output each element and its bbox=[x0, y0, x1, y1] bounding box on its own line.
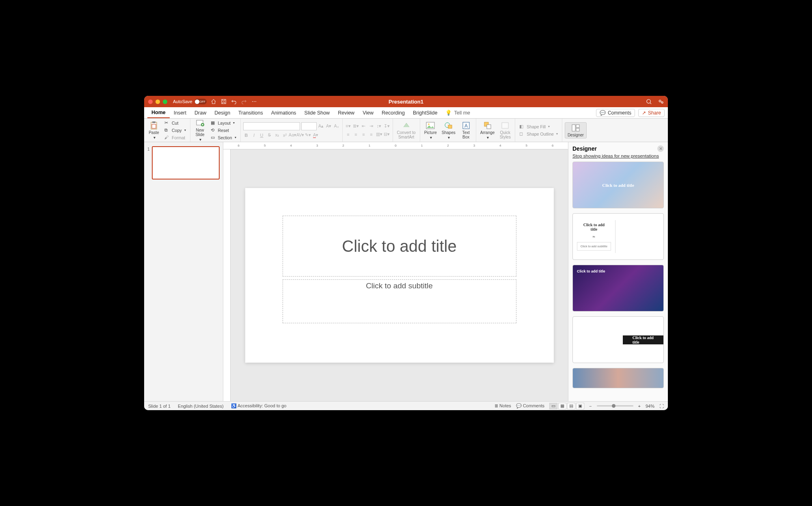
sorter-view-button[interactable]: ▦ bbox=[558, 403, 566, 409]
vertical-ruler[interactable] bbox=[223, 149, 231, 401]
tab-brightslide[interactable]: BrightSlide bbox=[409, 107, 441, 118]
text-direction-button[interactable]: ↧▾ bbox=[384, 123, 390, 130]
zoom-window-button[interactable] bbox=[163, 99, 167, 104]
tell-me-search[interactable]: 💡 Tell me bbox=[441, 107, 474, 118]
subtitle-placeholder[interactable]: Click to add subtitle bbox=[283, 279, 516, 323]
new-slide-button[interactable]: New Slide ▾ bbox=[193, 119, 207, 142]
align-left-button[interactable]: ≡ bbox=[345, 131, 352, 138]
shape-outline-button[interactable]: ◻Shape Outline▾ bbox=[518, 131, 559, 137]
designer-button[interactable]: Designer bbox=[565, 122, 587, 138]
strike-button[interactable]: S̶ bbox=[266, 132, 273, 138]
zoom-in-button[interactable]: + bbox=[638, 404, 641, 409]
normal-view-button[interactable]: ▭ bbox=[549, 403, 557, 409]
tab-insert[interactable]: Insert bbox=[170, 107, 190, 118]
language-label[interactable]: English (United States) bbox=[178, 404, 224, 409]
comments-button[interactable]: 💬 Comments bbox=[596, 109, 635, 117]
format-painter-button[interactable]: 🖌Format bbox=[163, 134, 188, 141]
undo-icon[interactable] bbox=[231, 99, 237, 105]
slideshow-view-button[interactable]: ▣ bbox=[576, 403, 584, 409]
horizontal-ruler[interactable]: 6543210123456 bbox=[223, 142, 568, 149]
more-icon[interactable]: ⋯ bbox=[251, 99, 257, 105]
columns-button[interactable]: ▥▾ bbox=[376, 131, 382, 138]
autosave-switch[interactable]: OFF bbox=[194, 99, 207, 104]
designer-suggestions[interactable]: Click to add title Click to add title❧Cl… bbox=[568, 162, 668, 401]
tab-recording[interactable]: Recording bbox=[378, 107, 409, 118]
design-suggestion-3[interactable]: Click to add title bbox=[572, 265, 664, 311]
decrease-font-icon[interactable]: A▾ bbox=[326, 123, 332, 130]
share-menu-icon[interactable] bbox=[658, 99, 664, 105]
align-right-button[interactable]: ≡ bbox=[361, 131, 367, 138]
align-text-button[interactable]: ⊟▾ bbox=[384, 131, 390, 138]
picture-button[interactable]: Picture▾ bbox=[423, 121, 438, 140]
arrange-button[interactable]: Arrange▾ bbox=[479, 121, 497, 140]
italic-button[interactable]: I bbox=[251, 132, 257, 138]
stop-ideas-link[interactable]: Stop showing ideas for new presentations bbox=[568, 154, 668, 162]
tab-view[interactable]: View bbox=[358, 107, 378, 118]
accessibility-label[interactable]: ♿ Accessibility: Good to go bbox=[231, 403, 287, 409]
underline-button[interactable]: U bbox=[259, 132, 265, 138]
close-pane-button[interactable]: ✕ bbox=[657, 145, 664, 152]
search-icon[interactable] bbox=[646, 99, 652, 105]
align-center-button[interactable]: ≡ bbox=[353, 131, 359, 138]
design-suggestion-5[interactable] bbox=[572, 368, 664, 388]
tab-animations[interactable]: Animations bbox=[267, 107, 300, 118]
tab-review[interactable]: Review bbox=[334, 107, 358, 118]
slide[interactable]: Click to add title Click to add subtitle bbox=[245, 188, 554, 363]
shape-fill-button[interactable]: ◧Shape Fill▾ bbox=[518, 123, 559, 130]
font-color-button[interactable]: A▾ bbox=[313, 132, 319, 138]
tab-transitions[interactable]: Transitions bbox=[234, 107, 267, 118]
cut-button[interactable]: ✂Cut bbox=[163, 120, 188, 126]
zoom-out-button[interactable]: − bbox=[589, 404, 592, 409]
slide-thumbnail-1[interactable] bbox=[152, 146, 220, 179]
numbering-button[interactable]: ≣▾ bbox=[353, 123, 359, 130]
design-suggestion-2[interactable]: Click to add title❧Click to add subtitle bbox=[572, 213, 664, 260]
copy-button[interactable]: ⧉Copy▾ bbox=[163, 127, 188, 134]
superscript-button[interactable]: x² bbox=[282, 132, 288, 138]
slide-canvas-area[interactable]: Click to add title Click to add subtitle bbox=[231, 149, 568, 401]
share-button[interactable]: ↗ Share bbox=[638, 109, 665, 117]
reset-button[interactable]: ⟲Reset bbox=[209, 127, 238, 134]
tab-draw[interactable]: Draw bbox=[190, 107, 210, 118]
save-icon[interactable] bbox=[221, 99, 227, 105]
redo-icon[interactable] bbox=[241, 99, 247, 105]
indent-more-button[interactable]: ⇥ bbox=[368, 123, 375, 130]
slide-count-label[interactable]: Slide 1 of 1 bbox=[148, 404, 171, 409]
reading-view-button[interactable]: ▤ bbox=[567, 403, 575, 409]
indent-less-button[interactable]: ⇤ bbox=[361, 123, 367, 130]
zoom-label[interactable]: 94% bbox=[646, 404, 654, 409]
design-suggestion-1[interactable]: Click to add title bbox=[572, 162, 664, 208]
tab-design[interactable]: Design bbox=[210, 107, 234, 118]
subscript-button[interactable]: x₂ bbox=[274, 132, 281, 138]
fit-window-button[interactable]: ⛶ bbox=[659, 404, 664, 409]
line-spacing-button[interactable]: ↕▾ bbox=[376, 123, 382, 130]
layout-button[interactable]: ▦Layout▾ bbox=[209, 120, 238, 126]
tab-home[interactable]: Home bbox=[147, 107, 170, 118]
char-spacing-button[interactable]: AV▾ bbox=[297, 132, 304, 138]
shapes-button[interactable]: Shapes▾ bbox=[440, 121, 457, 140]
close-window-button[interactable] bbox=[148, 99, 153, 104]
autosave-toggle[interactable]: AutoSave OFF bbox=[173, 99, 207, 104]
increase-font-icon[interactable]: A▴ bbox=[318, 123, 324, 130]
comments-status-button[interactable]: 💬 Comments bbox=[516, 403, 544, 409]
textbox-button[interactable]: A Text Box bbox=[459, 121, 473, 139]
paste-button[interactable]: Paste ▾ bbox=[147, 121, 161, 140]
minimize-window-button[interactable] bbox=[155, 99, 160, 104]
design-suggestion-4[interactable]: Click to add title bbox=[572, 316, 664, 363]
justify-button[interactable]: ≡ bbox=[368, 131, 375, 138]
convert-smartart-button[interactable]: Convert to SmartArt bbox=[395, 121, 417, 139]
tab-slide-show[interactable]: Slide Show bbox=[300, 107, 334, 118]
zoom-slider[interactable] bbox=[597, 405, 633, 407]
slide-thumbnails-panel: 1 bbox=[144, 142, 223, 401]
bold-button[interactable]: B bbox=[243, 132, 250, 138]
section-button[interactable]: ▭Section▾ bbox=[209, 134, 238, 141]
font-size-input[interactable] bbox=[301, 122, 317, 130]
quick-styles-button[interactable]: Quick Styles bbox=[498, 121, 512, 139]
bullets-button[interactable]: ≡▾ bbox=[345, 123, 352, 130]
notes-button[interactable]: ≣ Notes bbox=[495, 403, 511, 409]
highlight-button[interactable]: ✎▾ bbox=[305, 132, 311, 138]
change-case-button[interactable]: Aa▾ bbox=[289, 132, 296, 138]
home-icon[interactable] bbox=[211, 99, 217, 105]
title-placeholder[interactable]: Click to add title bbox=[283, 216, 516, 277]
clear-format-icon[interactable]: Aₓ bbox=[333, 123, 340, 130]
font-name-input[interactable] bbox=[243, 122, 300, 130]
